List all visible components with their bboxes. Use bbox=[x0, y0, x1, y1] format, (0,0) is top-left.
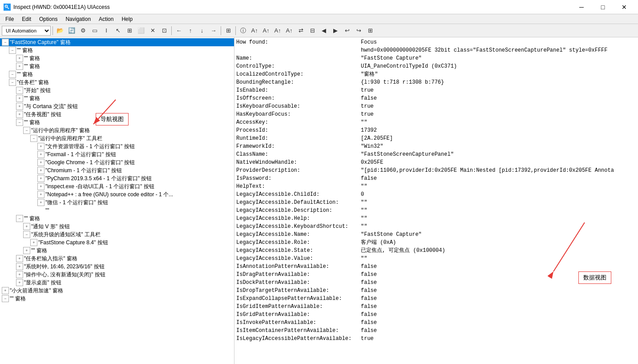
toolbar-btn-a7[interactable]: ⊟ bbox=[307, 25, 318, 36]
tree-item[interactable]: "" 窗格 bbox=[0, 118, 234, 126]
tree-expand-icon[interactable] bbox=[23, 231, 30, 238]
toolbar-btn-a5[interactable]: A↑ bbox=[284, 25, 295, 36]
tree-expand-icon[interactable] bbox=[16, 271, 23, 278]
tree-expand-icon[interactable] bbox=[9, 71, 16, 78]
tree-item[interactable]: "Notepad++ : a free (GNU) source code ed… bbox=[0, 190, 234, 198]
toolbar-btn-a4[interactable]: A↑ bbox=[272, 25, 283, 36]
toolbar-btn-grid[interactable]: ⊞ bbox=[223, 25, 234, 36]
toolbar-btn-a11[interactable]: ↪ bbox=[353, 25, 364, 36]
tree-item[interactable]: "微信 - 1 个运行窗口" 按钮 bbox=[0, 198, 234, 206]
menu-item-help[interactable]: Help bbox=[118, 15, 136, 23]
tree-item[interactable]: "inspect.exe -自动UI工具 - 1 个运行窗口" 按钮 bbox=[0, 182, 234, 190]
tree-expand-icon[interactable] bbox=[16, 103, 23, 110]
tree-item[interactable]: "" 窗格 bbox=[0, 94, 234, 102]
tree-expand-icon[interactable] bbox=[9, 79, 16, 86]
data-panel[interactable]: 数据视图 How found:Focushwnd=0x0000000000205… bbox=[234, 37, 638, 364]
tree-item[interactable]: "" bbox=[0, 206, 234, 214]
tree-expand-icon[interactable] bbox=[23, 247, 30, 254]
tree-item[interactable]: "FastStone Capture" 窗格 bbox=[0, 38, 234, 46]
tree-expand-icon[interactable] bbox=[16, 111, 23, 118]
tree-expand-icon[interactable] bbox=[16, 55, 23, 62]
tree-expand-icon[interactable] bbox=[37, 151, 44, 158]
toolbar-btn-back[interactable]: ← bbox=[174, 25, 184, 36]
toolbar-btn-a6[interactable]: ⇄ bbox=[295, 25, 306, 36]
toolbar-btn-a3[interactable]: A↑ bbox=[261, 25, 271, 36]
toolbar-btn-a2[interactable]: A↑ bbox=[249, 25, 260, 36]
tree-expand-icon[interactable] bbox=[37, 191, 44, 198]
minimize-button[interactable]: ─ bbox=[571, 0, 592, 14]
toolbar-btn-down[interactable]: ↓ bbox=[197, 25, 207, 36]
maximize-button[interactable]: □ bbox=[593, 0, 613, 14]
tree-expand-icon[interactable] bbox=[37, 199, 44, 206]
tree-item[interactable]: "Chromium - 1 个运行窗口" 按钮 bbox=[0, 166, 234, 174]
tree-expand-icon[interactable] bbox=[16, 95, 23, 102]
menu-item-options[interactable]: Options bbox=[36, 15, 61, 23]
tree-item[interactable]: "操作中心, 没有新通知(关闭)" 按钮 bbox=[0, 271, 234, 279]
tree-expand-icon[interactable] bbox=[30, 135, 37, 142]
toolbar-btn-7[interactable]: ✕ bbox=[147, 25, 158, 36]
tree-expand-icon[interactable] bbox=[2, 39, 9, 46]
toolbar-btn-8[interactable]: ⊡ bbox=[159, 25, 170, 36]
toolbar-btn-3[interactable]: ⚙ bbox=[78, 25, 89, 36]
tree-item[interactable]: "Foxmail - 1 个运行窗口" 按钮 bbox=[0, 150, 234, 158]
tree-expand-icon[interactable] bbox=[16, 263, 23, 270]
toolbar-btn-a12[interactable]: ⊞ bbox=[365, 25, 376, 36]
toolbar-btn-a9[interactable]: ▶ bbox=[330, 25, 341, 36]
tree-expand-icon[interactable] bbox=[16, 119, 23, 126]
tree-item[interactable]: "" 窗格 bbox=[0, 214, 234, 222]
tree-item[interactable]: "小火箭通用加速" 窗格 bbox=[0, 287, 234, 295]
tree-item[interactable]: "任务栏" 窗格 bbox=[0, 78, 234, 86]
tree-item[interactable]: "通知 V 形" 按钮 bbox=[0, 222, 234, 231]
toolbar-btn-1[interactable]: 📂 bbox=[55, 25, 65, 36]
toolbar-btn-cursor[interactable]: I bbox=[101, 25, 112, 36]
tree-expand-icon[interactable] bbox=[16, 87, 23, 94]
menu-item-navigation[interactable]: Navigation bbox=[62, 15, 94, 23]
tree-expand-icon[interactable] bbox=[2, 287, 9, 294]
tree-item[interactable]: "" 窗格 bbox=[0, 247, 234, 255]
tree-expand-icon[interactable] bbox=[23, 223, 30, 230]
tree-expand-icon[interactable] bbox=[30, 239, 37, 246]
tree-expand-icon[interactable] bbox=[16, 279, 23, 286]
toolbar-btn-fwd[interactable]: → bbox=[208, 25, 219, 36]
tree-item[interactable]: "运行中的应用程序" 窗格 bbox=[0, 126, 234, 134]
toolbar-btn-2[interactable]: 🔄 bbox=[66, 25, 77, 36]
nav-panel[interactable]: "FastStone Capture" 窗格"" 窗格"" 窗格"" 窗格"" … bbox=[0, 37, 234, 364]
tree-expand-icon[interactable] bbox=[9, 47, 16, 54]
toolbar-btn-arrow[interactable]: ↖ bbox=[113, 25, 123, 36]
menu-item-action[interactable]: Action bbox=[95, 15, 117, 23]
tree-item[interactable]: "文件资源管理器 - 1 个运行窗口" 按钮 bbox=[0, 142, 234, 150]
tree-item[interactable]: "系统升级的通知区域" 工具栏 bbox=[0, 231, 234, 239]
tree-item[interactable]: "" 窗格 bbox=[0, 295, 234, 303]
tree-expand-icon[interactable] bbox=[37, 167, 44, 174]
toolbar-btn-5[interactable]: ⊞ bbox=[124, 25, 135, 36]
tree-item[interactable]: "FastStone Capture 8.4" 按钮 bbox=[0, 239, 234, 247]
tree-item[interactable]: "" 窗格 bbox=[0, 46, 234, 54]
menu-item-file[interactable]: File bbox=[2, 15, 17, 23]
tree-item[interactable]: "开始" 按钮 bbox=[0, 86, 234, 94]
tree-expand-icon[interactable] bbox=[37, 143, 44, 150]
tree-expand-icon[interactable] bbox=[37, 175, 44, 182]
tree-expand-icon[interactable] bbox=[37, 159, 44, 166]
tree-expand-icon[interactable] bbox=[2, 295, 9, 302]
tree-expand-icon[interactable] bbox=[23, 127, 30, 134]
tree-item[interactable]: "运行中的应用程序" 工具栏 bbox=[0, 134, 234, 142]
tree-item[interactable]: "任务栏输入指示" 窗格 bbox=[0, 255, 234, 263]
tree-item[interactable]: "Google Chrome - 1 个运行窗口" 按钮 bbox=[0, 158, 234, 166]
toolbar-btn-a1[interactable]: ⓘ bbox=[238, 25, 248, 36]
tree-expand-icon[interactable] bbox=[37, 183, 44, 190]
tree-item[interactable]: "PyCharm 2019.3.5 x64 - 1 个运行窗口" 按钮 bbox=[0, 174, 234, 182]
toolbar-btn-a10[interactable]: ↩ bbox=[342, 25, 352, 36]
tree-item[interactable]: "" 窗格 bbox=[0, 70, 234, 78]
tree-expand-icon[interactable] bbox=[16, 255, 23, 262]
tree-item[interactable]: "任务视图" 按钮 bbox=[0, 110, 234, 118]
tree-expand-icon[interactable] bbox=[37, 207, 44, 214]
tree-expand-icon[interactable] bbox=[16, 63, 23, 70]
tree-item[interactable]: "与 Cortana 交流" 按钮 bbox=[0, 102, 234, 110]
close-button[interactable]: ✕ bbox=[614, 0, 634, 14]
tree-item[interactable]: "" 窗格 bbox=[0, 62, 234, 70]
tree-item[interactable]: "系统时钟, 16:46, 2023/6/16" 按钮 bbox=[0, 263, 234, 271]
tree-item[interactable]: "" 窗格 bbox=[0, 54, 234, 62]
tree-item[interactable]: "显示桌面" 按钮 bbox=[0, 279, 234, 287]
toolbar-btn-up[interactable]: ↑ bbox=[185, 25, 196, 36]
automation-mode-dropdown[interactable]: UI Automation MSAA bbox=[2, 26, 51, 36]
